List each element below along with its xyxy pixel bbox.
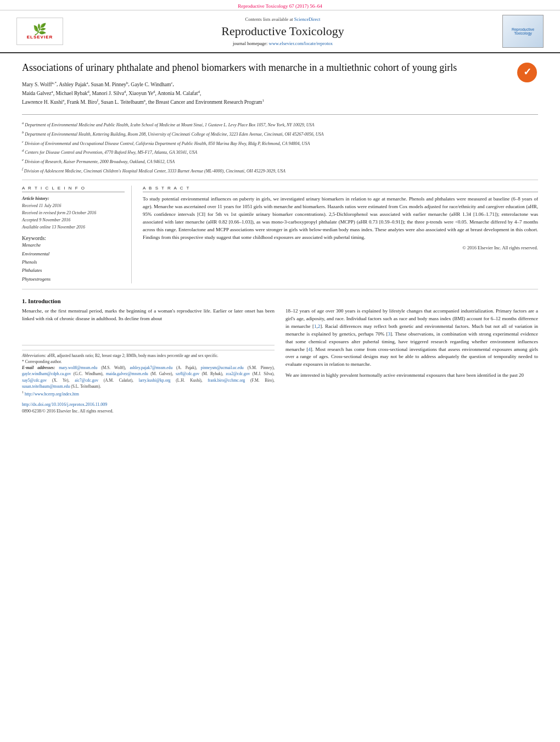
affiliation-d: d Centers for Disease Control and Preven… bbox=[22, 148, 538, 156]
title-text-area: Associations of urinary phthalate and ph… bbox=[22, 62, 511, 110]
contents-label: Contents lists available at bbox=[245, 16, 293, 22]
authors-line: Mary S. Wolffa,*, Ashley Pajaka, Susan M… bbox=[22, 80, 511, 107]
right-logo-area: ReproductiveToxicology bbox=[500, 15, 544, 48]
bcerrp-link[interactable]: http://www.bcerrp.org/index.htm bbox=[25, 392, 79, 397]
article-info-header: A R T I C L E I N F O bbox=[22, 186, 125, 192]
keywords-label: Keywords: bbox=[22, 235, 125, 241]
journal-title: Reproductive Toxicology bbox=[71, 24, 494, 38]
journal-header: 🌿 ELSEVIER Contents lists available at S… bbox=[0, 10, 560, 53]
homepage-label: journal homepage: bbox=[233, 41, 268, 46]
abstract-column: A B S T R A C T To study potential envir… bbox=[143, 186, 538, 283]
author-susan-teitelbaum: Susan L. Teitelbauma bbox=[101, 99, 145, 105]
keyword-phytoestrogens: Phytoestrogens bbox=[22, 275, 125, 283]
author-ashley-pajak: Ashley Pajaka bbox=[59, 82, 88, 87]
email-kushi[interactable]: larry.kushi@kp.org bbox=[139, 378, 171, 383]
accepted-date: Accepted 9 November 2016 bbox=[22, 217, 125, 224]
journal-homepage-link[interactable]: www.elsevier.com/locate/reprotox bbox=[269, 41, 333, 46]
intro-col-left: Menarche, or the first menstrual period,… bbox=[22, 308, 275, 415]
keywords-section: Keywords: Menarche Environmental Phenols… bbox=[22, 235, 125, 283]
intro-num: 1. bbox=[22, 298, 26, 304]
email-pajak[interactable]: ashley.pajak7@mssm.edu bbox=[130, 365, 172, 370]
intro-para-3: We are interested in highly prevalent ho… bbox=[285, 372, 538, 380]
footnote-1-line: 1 http://www.bcerrp.org/index.htm bbox=[22, 389, 275, 397]
email-galvez[interactable]: maida.galvez@mssm.edu bbox=[106, 371, 148, 376]
corresponding-note: * Corresponding author. bbox=[22, 359, 275, 365]
author-frank-biro: Frank M. Birof bbox=[67, 99, 98, 105]
elsevier-tree-icon: 🌿 bbox=[33, 24, 47, 35]
journal-center-info: Contents lists available at ScienceDirec… bbox=[71, 16, 494, 46]
abstract-paragraph: To study potential environmental influen… bbox=[143, 196, 538, 242]
footnotes: Abbreviations: aHR, adjusted hazards rat… bbox=[22, 350, 275, 397]
journal-citation: Reproductive Toxicology 67 (2017) 56–64 bbox=[238, 3, 322, 9]
article-info-abstract-section: A R T I C L E I N F O Article history: R… bbox=[22, 186, 538, 289]
author-lawrence-kushi: Lawrence H. Kushie bbox=[22, 99, 64, 105]
email-silva[interactable]: zca2@cdc.gov bbox=[226, 371, 250, 376]
affiliations-section: a Department of Environmental Medicine a… bbox=[22, 120, 538, 180]
introduction-section: 1. Introduction Menarche, or the first m… bbox=[22, 298, 538, 415]
corresponding-label: * Corresponding author. bbox=[22, 359, 62, 364]
page: Reproductive Toxicology 67 (2017) 56–64 … bbox=[0, 0, 560, 742]
email-biro[interactable]: frank.biro@cchmc.org bbox=[208, 378, 245, 383]
cite-3[interactable]: 3 bbox=[388, 331, 390, 337]
cite-4[interactable]: 4 bbox=[308, 347, 311, 352]
author-bcerrp: the Breast Cancer and Environment Resear… bbox=[148, 99, 264, 105]
elsevier-logo: 🌿 ELSEVIER bbox=[16, 18, 63, 45]
crossmark-logo[interactable]: ✓ bbox=[516, 62, 538, 83]
abbrev-text: aHR, adjusted hazards ratio; B2, breast … bbox=[47, 353, 219, 358]
intro-para-1: Menarche, or the first menstrual period,… bbox=[22, 308, 275, 323]
author-michael-rybak: Michael Rybakd bbox=[55, 91, 89, 96]
svg-text:✓: ✓ bbox=[523, 66, 531, 77]
email-teitelbaum[interactable]: susan.teitelbaum@mssm.edu bbox=[22, 384, 70, 389]
author-susan-pinney: Susan M. Pinneyb bbox=[91, 82, 128, 87]
author-mary-wolff: Mary S. Wolffa,* bbox=[22, 82, 57, 87]
homepage-line: journal homepage: www.elsevier.com/locat… bbox=[71, 41, 494, 46]
email-wolff[interactable]: mary.wolff@mssm.edu bbox=[59, 365, 97, 370]
reproductive-toxicology-logo: ReproductiveToxicology bbox=[502, 15, 544, 48]
history-label: Article history: bbox=[22, 196, 125, 203]
keyword-phthalates: Phthalates bbox=[22, 266, 125, 275]
footnotes-area: Abbreviations: aHR, adjusted hazards rat… bbox=[22, 345, 275, 415]
author-maida-galvez: Maida Galveza bbox=[22, 91, 53, 96]
contents-line: Contents lists available at ScienceDirec… bbox=[71, 16, 494, 22]
intro-title: 1. Introduction bbox=[22, 298, 538, 304]
cite-2[interactable]: 2 bbox=[318, 323, 321, 329]
article-history: Article history: Received 11 July 2016 R… bbox=[22, 196, 125, 231]
keyword-menarche: Menarche bbox=[22, 241, 125, 249]
keyword-phenols: Phenols bbox=[22, 258, 125, 266]
elsevier-logo-area: 🌿 ELSEVIER bbox=[16, 18, 66, 45]
affiliation-b: b Department of Environmental Health, Ke… bbox=[22, 130, 538, 138]
issn-line: 0890-6238/© 2016 Elsevier Inc. All right… bbox=[22, 408, 275, 415]
intro-body: Menarche, or the first menstrual period,… bbox=[22, 308, 538, 415]
author-xiaoyun-ye: Xiaoyun Yed bbox=[128, 91, 155, 96]
journal-citation-bar: Reproductive Toxicology 67 (2017) 56–64 bbox=[0, 0, 560, 10]
affiliation-f: f Division of Adolescent Medicine, Cinci… bbox=[22, 166, 538, 175]
article-content: Associations of urinary phthalate and ph… bbox=[0, 53, 560, 421]
doi-link[interactable]: http://dx.doi.org/10.1016/j.reprotox.201… bbox=[22, 402, 107, 407]
elsevier-text: ELSEVIER bbox=[27, 35, 53, 40]
abstract-text: To study potential environmental influen… bbox=[143, 196, 538, 242]
email-ye[interactable]: xay5@cdc.gov bbox=[22, 378, 47, 383]
received-revised-date: Received in revised form 23 October 2016 bbox=[22, 210, 125, 217]
doi-line: http://dx.doi.org/10.1016/j.reprotox.201… bbox=[22, 401, 275, 408]
abstract-header: A B S T R A C T bbox=[143, 186, 538, 192]
article-title: Associations of urinary phthalate and ph… bbox=[22, 62, 511, 74]
keywords-list: Menarche Environmental Phenols Phthalate… bbox=[22, 241, 125, 283]
article-title-section: Associations of urinary phthalate and ph… bbox=[22, 62, 538, 115]
available-online-date: Available online 13 November 2016 bbox=[22, 224, 125, 231]
email-windham[interactable]: gayle.windham@cdph.ca.gov bbox=[22, 371, 71, 376]
sciencedirect-link[interactable]: ScienceDirect bbox=[294, 16, 321, 22]
affiliation-a: a Department of Environmental Medicine a… bbox=[22, 120, 538, 129]
intro-para-2: 18–12 years of age over 300 years is exp… bbox=[285, 308, 538, 369]
author-manori-silva: Manori J. Silvad bbox=[92, 91, 126, 96]
author-gayle-windham: Gayle C. Windhamc bbox=[131, 82, 172, 87]
email-rybak[interactable]: szr8@cdc.gov bbox=[176, 371, 199, 376]
affiliation-c: c Division of Environmental and Occupati… bbox=[22, 139, 538, 147]
email-header-label: E-mail addresses: bbox=[22, 365, 55, 370]
cite-1[interactable]: 1 bbox=[314, 323, 317, 329]
affiliation-e: e Division of Research, Kaiser Permanent… bbox=[22, 157, 538, 165]
intro-col-right: 18–12 years of age over 300 years is exp… bbox=[285, 308, 538, 415]
intro-heading: Introduction bbox=[28, 298, 61, 304]
email-calafat[interactable]: aic7@cdc.gov bbox=[75, 378, 98, 383]
email-pinney[interactable]: pinneysm@ucmail.uc.edu bbox=[201, 365, 244, 370]
copyright-line: © 2016 Elsevier Inc. All rights reserved… bbox=[143, 245, 538, 250]
